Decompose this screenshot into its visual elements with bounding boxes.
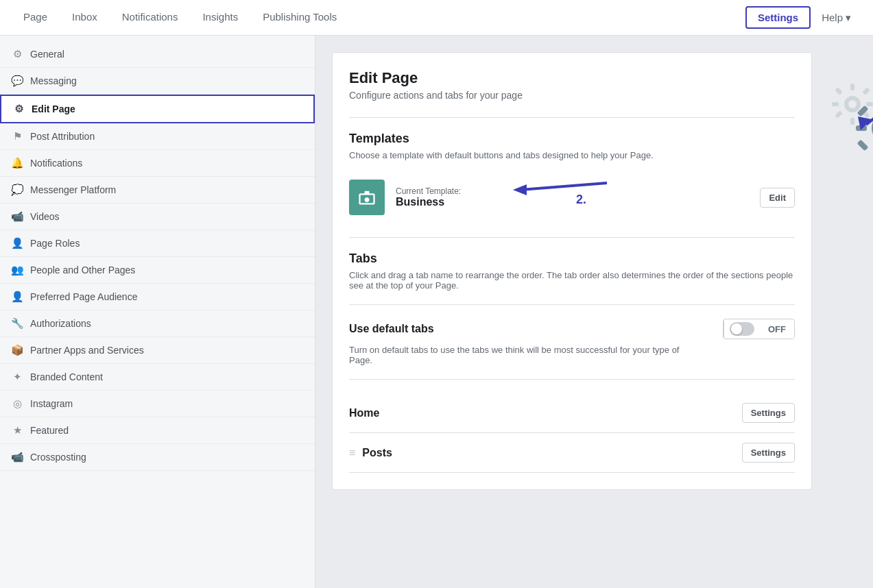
svg-rect-18 xyxy=(857,140,869,151)
page-layout: ⚙ General 💬 Messaging ⚙ Edit Page ⚑ Post… xyxy=(0,36,873,588)
video-icon: 📹 xyxy=(11,210,23,223)
current-template-name: Business xyxy=(396,196,749,208)
drag-handle-icon[interactable]: ≡ xyxy=(349,447,355,459)
sidebar-item-people-other-pages[interactable]: 👥 People and Other Pages xyxy=(0,257,315,284)
audience-icon: 👤 xyxy=(11,291,23,303)
sidebar-item-messaging[interactable]: 💬 Messaging xyxy=(0,68,315,95)
templates-description: Choose a template with default buttons a… xyxy=(349,150,795,160)
svg-rect-4 xyxy=(832,102,839,106)
home-tab-label: Home xyxy=(349,407,379,419)
person-icon: 👤 xyxy=(11,237,23,249)
sidebar-item-videos[interactable]: 📹 Videos xyxy=(0,204,315,230)
gear-icon: ⚙ xyxy=(11,48,23,60)
flag-icon: ⚑ xyxy=(11,130,23,143)
svg-rect-9 xyxy=(862,110,870,118)
header-text: Edit Page Configure actions and tabs for… xyxy=(349,69,523,101)
tabs-description: Click and drag a tab name to rearrange t… xyxy=(349,270,795,291)
sidebar-item-post-attribution[interactable]: ⚑ Post Attribution xyxy=(0,123,315,150)
template-info: Current Template: Business xyxy=(396,186,749,208)
wrench-icon: 🔧 xyxy=(11,317,23,330)
sidebar-item-preferred-audience[interactable]: 👤 Preferred Page Audience xyxy=(0,284,315,310)
sidebar-item-partner-apps[interactable]: 📦 Partner Apps and Services xyxy=(0,337,315,364)
svg-rect-8 xyxy=(835,110,842,118)
svg-rect-14 xyxy=(856,125,867,131)
tabs-section: Tabs Click and drag a tab name to rearra… xyxy=(349,252,795,473)
posts-settings-button[interactable]: Settings xyxy=(742,443,795,463)
template-icon xyxy=(349,180,385,215)
sidebar-item-messenger-platform[interactable]: 💭 Messenger Platform xyxy=(0,177,315,204)
svg-point-1 xyxy=(848,100,857,108)
divider-2 xyxy=(349,237,795,238)
page-header: Edit Page Configure actions and tabs for… xyxy=(349,69,795,101)
content-card: Edit Page Configure actions and tabs for… xyxy=(332,52,812,490)
settings-button[interactable]: Settings xyxy=(745,6,811,29)
svg-rect-7 xyxy=(862,87,870,95)
sidebar-item-instagram[interactable]: ◎ Instagram xyxy=(0,391,315,417)
edit-gear-icon: ⚙ xyxy=(12,103,25,115)
edit-template-button[interactable]: Edit xyxy=(760,188,795,208)
sidebar: ⚙ General 💬 Messaging ⚙ Edit Page ⚑ Post… xyxy=(0,36,315,588)
box-icon: 📦 xyxy=(11,344,23,356)
svg-rect-3 xyxy=(850,118,854,125)
tabs-title: Tabs xyxy=(349,252,795,266)
default-tabs-label: Use default tabs xyxy=(349,323,434,335)
sidebar-item-featured[interactable]: ★ Featured xyxy=(0,417,315,444)
crosspost-icon: 📹 xyxy=(11,451,23,463)
default-tabs-label-area: Use default tabs xyxy=(349,323,434,335)
chevron-down-icon: ▾ xyxy=(846,12,851,24)
templates-section: Templates Choose a template with default… xyxy=(349,132,795,223)
annotation-arrow-1: 1. xyxy=(818,77,873,175)
templates-title: Templates xyxy=(349,132,795,146)
svg-point-0 xyxy=(844,96,861,112)
briefcase-icon xyxy=(357,188,376,207)
svg-rect-5 xyxy=(866,102,873,106)
nav-inbox[interactable]: Inbox xyxy=(60,0,110,36)
svg-line-20 xyxy=(866,80,873,125)
bell-icon: 🔔 xyxy=(11,157,23,169)
svg-rect-6 xyxy=(835,87,842,95)
sidebar-item-authorizations[interactable]: 🔧 Authorizations xyxy=(0,310,315,337)
star-icon: ★ xyxy=(11,424,23,437)
top-navigation: Page Inbox Notifications Insights Publis… xyxy=(0,0,873,36)
svg-rect-2 xyxy=(850,84,854,90)
instagram-icon: ◎ xyxy=(11,397,23,410)
svg-rect-16 xyxy=(857,106,869,117)
sidebar-item-branded-content[interactable]: ✦ Branded Content xyxy=(0,364,315,391)
page-title: Edit Page xyxy=(349,69,523,87)
nav-page[interactable]: Page xyxy=(11,0,60,36)
messenger-icon: 💭 xyxy=(11,184,23,196)
home-tab-row: Home Settings xyxy=(349,393,795,433)
sidebar-item-crossposting[interactable]: 📹 Crossposting xyxy=(0,444,315,471)
toggle-off-label[interactable]: OFF xyxy=(760,320,794,339)
nav-publishing-tools[interactable]: Publishing Tools xyxy=(250,0,349,36)
divider-4 xyxy=(349,379,795,380)
page-subtitle: Configure actions and tabs for your page xyxy=(349,90,523,101)
branded-icon: ✦ xyxy=(11,371,23,383)
template-card: Current Template: Business Edit xyxy=(349,171,795,223)
default-tabs-row: Use default tabs OFF xyxy=(349,319,795,339)
divider-3 xyxy=(349,304,795,305)
home-settings-button[interactable]: Settings xyxy=(742,403,795,423)
main-content: 1. 2. Edit Page Configure actions and ta… xyxy=(315,36,873,588)
default-tabs-toggle[interactable]: OFF xyxy=(723,319,795,339)
help-menu[interactable]: Help ▾ xyxy=(811,12,862,24)
people-icon: 👥 xyxy=(11,264,23,276)
sidebar-item-notifications[interactable]: 🔔 Notifications xyxy=(0,150,315,177)
posts-tab-label: ≡ Posts xyxy=(349,447,392,459)
nav-insights[interactable]: Insights xyxy=(190,0,250,36)
toggle-track[interactable] xyxy=(723,319,760,339)
sidebar-item-edit-page[interactable]: ⚙ Edit Page xyxy=(0,95,315,123)
svg-marker-21 xyxy=(858,117,872,130)
sidebar-item-page-roles[interactable]: 👤 Page Roles xyxy=(0,230,315,257)
messaging-icon: 💬 xyxy=(11,75,23,87)
divider-1 xyxy=(349,117,795,118)
posts-tab-row: ≡ Posts Settings xyxy=(349,433,795,473)
nav-notifications[interactable]: Notifications xyxy=(110,0,191,36)
sidebar-item-general[interactable]: ⚙ General xyxy=(0,41,315,68)
default-tabs-description: Turn on default tabs to use the tabs we … xyxy=(349,345,692,365)
current-template-label: Current Template: xyxy=(396,186,749,196)
